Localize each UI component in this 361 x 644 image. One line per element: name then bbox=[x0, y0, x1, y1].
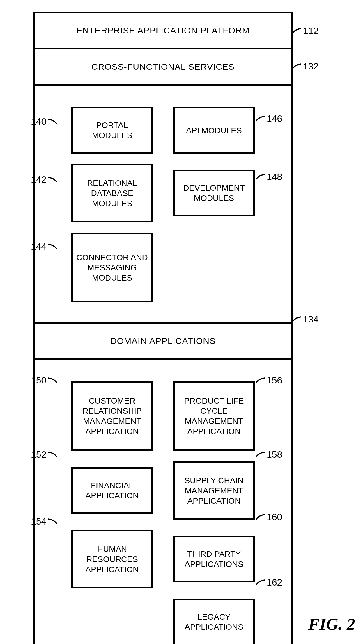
hr-application-label: HUMAN RESOURCES APPLICATION bbox=[76, 544, 148, 575]
lead-line-icon bbox=[48, 517, 57, 526]
ref-148: 148 bbox=[256, 172, 284, 182]
lead-line-icon bbox=[256, 578, 265, 587]
connector-messaging-modules-box: CONNECTOR AND MESSAGING MODULES bbox=[71, 233, 153, 302]
lead-line-icon bbox=[48, 242, 57, 251]
financial-application-label: FINANCIAL APPLICATION bbox=[76, 480, 148, 501]
ref-112: 112 bbox=[293, 26, 320, 36]
lead-line-icon bbox=[293, 62, 301, 71]
ref-112-number: 112 bbox=[301, 26, 320, 36]
api-modules-box: API MODULES bbox=[173, 107, 255, 154]
ref-132: 132 bbox=[293, 61, 320, 72]
lead-line-icon bbox=[293, 315, 301, 324]
cross-row-3: CONNECTOR AND MESSAGING MODULES bbox=[35, 227, 291, 308]
portal-modules-label: PORTAL MODULES bbox=[76, 120, 148, 140]
platform-title: ENTERPRISE APPLICATION PLATFORM bbox=[35, 13, 291, 49]
empty-slot bbox=[173, 266, 255, 269]
development-modules-box: DEVELOPMENT MODULES bbox=[173, 170, 255, 216]
ref-152: 152 bbox=[29, 449, 57, 460]
lead-line-icon bbox=[256, 513, 265, 522]
ref-150-number: 150 bbox=[29, 375, 48, 386]
crm-application-box: CUSTOMER RELATIONSHIP MANAGEMENT APPLICA… bbox=[71, 381, 153, 451]
ref-142: 142 bbox=[29, 174, 57, 185]
empty-slot bbox=[71, 620, 153, 623]
lead-line-icon bbox=[256, 115, 265, 123]
ref-162-number: 162 bbox=[265, 577, 284, 588]
lead-line-icon bbox=[48, 176, 57, 184]
domain-row-2: FINANCIAL APPLICATION SUPPLY CHAIN MANAG… bbox=[35, 456, 291, 525]
crm-application-label: CUSTOMER RELATIONSHIP MANAGEMENT APPLICA… bbox=[76, 396, 148, 436]
ref-158-number: 158 bbox=[265, 449, 284, 460]
cross-row-2: RELATIONAL DATABASE MODULES DEVELOPMENT … bbox=[35, 159, 291, 227]
lead-line-icon bbox=[48, 450, 57, 459]
lead-line-icon bbox=[256, 376, 265, 385]
outer-container: ENTERPRISE APPLICATION PLATFORM CROSS-FU… bbox=[33, 12, 293, 644]
third-party-applications-label: THIRD PARTY APPLICATIONS bbox=[178, 549, 250, 569]
ref-156-number: 156 bbox=[265, 375, 284, 386]
connector-messaging-modules-label: CONNECTOR AND MESSAGING MODULES bbox=[76, 252, 148, 283]
domain-row-3: HUMAN RESOURCES APPLICATION THIRD PARTY … bbox=[35, 525, 291, 593]
figure-caption-text: FIG. 2 bbox=[308, 615, 355, 634]
domain-row-1: CUSTOMER RELATIONSHIP MANAGEMENT APPLICA… bbox=[35, 376, 291, 456]
domain-applications-title: DOMAIN APPLICATIONS bbox=[35, 324, 291, 360]
scm-application-label: SUPPLY CHAIN MANAGEMENT APPLICATION bbox=[178, 475, 250, 506]
ref-154: 154 bbox=[29, 516, 57, 527]
ref-154-number: 154 bbox=[29, 516, 48, 527]
ref-146: 146 bbox=[256, 113, 284, 124]
legacy-applications-label: LEGACY APPLICATIONS bbox=[178, 612, 250, 632]
lead-line-icon bbox=[48, 117, 57, 126]
platform-title-text: ENTERPRISE APPLICATION PLATFORM bbox=[77, 26, 250, 35]
ref-158: 158 bbox=[256, 449, 284, 460]
legacy-applications-box: LEGACY APPLICATIONS bbox=[173, 599, 255, 644]
ref-160-number: 160 bbox=[265, 512, 284, 522]
financial-application-box: FINANCIAL APPLICATION bbox=[71, 467, 153, 514]
relational-db-modules-label: RELATIONAL DATABASE MODULES bbox=[76, 178, 148, 208]
third-party-applications-box: THIRD PARTY APPLICATIONS bbox=[173, 536, 255, 582]
hr-application-box: HUMAN RESOURCES APPLICATION bbox=[71, 530, 153, 588]
ref-150: 150 bbox=[29, 375, 57, 386]
lead-line-icon bbox=[256, 450, 265, 459]
scm-application-box: SUPPLY CHAIN MANAGEMENT APPLICATION bbox=[173, 461, 255, 520]
portal-modules-box: PORTAL MODULES bbox=[71, 107, 153, 154]
ref-132-number: 132 bbox=[301, 61, 320, 72]
development-modules-label: DEVELOPMENT MODULES bbox=[178, 183, 250, 203]
cross-functional-title: CROSS-FUNCTIONAL SERVICES bbox=[35, 49, 291, 86]
ref-134: 134 bbox=[293, 314, 320, 325]
domain-row-4: LEGACY APPLICATIONS bbox=[35, 593, 291, 644]
ref-146-number: 146 bbox=[265, 113, 284, 124]
ref-134-number: 134 bbox=[301, 314, 320, 325]
domain-applications-body: CUSTOMER RELATIONSHIP MANAGEMENT APPLICA… bbox=[35, 360, 291, 644]
lead-line-icon bbox=[293, 27, 301, 35]
lead-line-icon bbox=[256, 173, 265, 181]
figure-caption: FIG. 2 bbox=[308, 614, 355, 634]
plm-application-label: PRODUCT LIFE CYCLE MANAGEMENT APPLICATIO… bbox=[178, 396, 250, 436]
relational-db-modules-box: RELATIONAL DATABASE MODULES bbox=[71, 164, 153, 222]
ref-140: 140 bbox=[29, 116, 57, 127]
lead-line-icon bbox=[48, 376, 57, 385]
ref-144-number: 144 bbox=[29, 241, 48, 252]
ref-152-number: 152 bbox=[29, 449, 48, 460]
page: ENTERPRISE APPLICATION PLATFORM CROSS-FU… bbox=[0, 0, 361, 644]
api-modules-label: API MODULES bbox=[186, 125, 242, 135]
plm-application-box: PRODUCT LIFE CYCLE MANAGEMENT APPLICATIO… bbox=[173, 381, 255, 451]
ref-144: 144 bbox=[29, 241, 57, 252]
ref-140-number: 140 bbox=[29, 116, 48, 127]
cross-functional-title-text: CROSS-FUNCTIONAL SERVICES bbox=[91, 62, 235, 72]
ref-142-number: 142 bbox=[29, 174, 48, 185]
cross-functional-body: PORTAL MODULES API MODULES RELATIONAL DA… bbox=[35, 86, 291, 324]
ref-160: 160 bbox=[256, 512, 284, 522]
ref-162: 162 bbox=[256, 577, 284, 588]
domain-applications-title-text: DOMAIN APPLICATIONS bbox=[110, 336, 216, 346]
cross-row-1: PORTAL MODULES API MODULES bbox=[35, 102, 291, 159]
ref-148-number: 148 bbox=[265, 172, 284, 182]
ref-156: 156 bbox=[256, 375, 284, 386]
